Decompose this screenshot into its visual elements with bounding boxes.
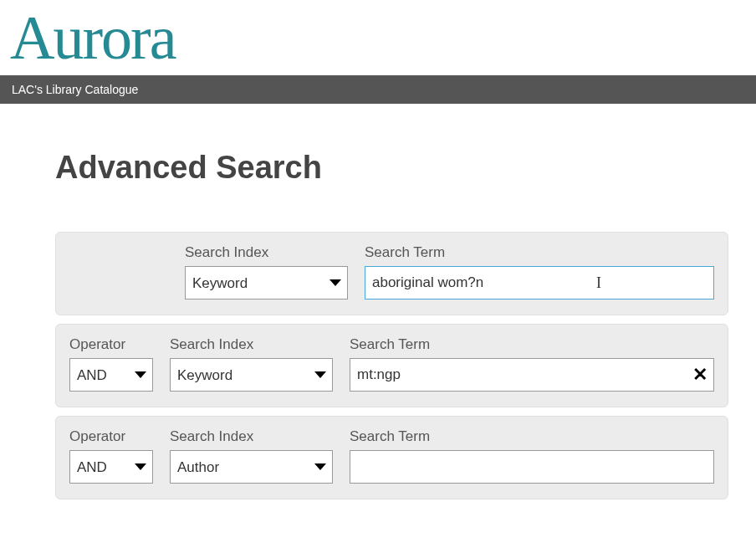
logo-text: Aurora <box>10 3 176 74</box>
close-icon[interactable]: ✕ <box>692 366 707 384</box>
advanced-search-panel: Search Index Keyword Search Term I Opera… <box>55 232 728 499</box>
search-row: Operator AND Search Index Author Search … <box>55 416 728 499</box>
operator-label: Operator <box>69 336 153 353</box>
search-index-label: Search Index <box>185 244 348 261</box>
search-index-label: Search Index <box>170 336 333 353</box>
search-index-label: Search Index <box>170 428 333 445</box>
search-row: Search Index Keyword Search Term I <box>55 232 728 315</box>
search-term-label: Search Term <box>350 428 714 445</box>
operator-select[interactable]: AND <box>69 450 153 484</box>
operator-select[interactable]: AND <box>69 358 153 392</box>
nav-bar: LAC's Library Catalogue <box>0 75 756 104</box>
operator-label: Operator <box>69 428 153 445</box>
search-index-select[interactable]: Keyword <box>185 266 348 300</box>
search-term-label: Search Term <box>365 244 714 261</box>
search-term-input[interactable] <box>350 358 714 392</box>
nav-label: LAC's Library Catalogue <box>12 83 138 96</box>
search-term-input[interactable] <box>350 450 714 484</box>
search-term-input[interactable] <box>365 266 714 300</box>
logo: Aurora <box>0 0 756 75</box>
search-row: Operator AND Search Index Keyword Search… <box>55 324 728 407</box>
page-title: Advanced Search <box>55 150 701 186</box>
search-index-select[interactable]: Author <box>170 450 333 484</box>
search-index-select[interactable]: Keyword <box>170 358 333 392</box>
search-term-label: Search Term <box>350 336 714 353</box>
